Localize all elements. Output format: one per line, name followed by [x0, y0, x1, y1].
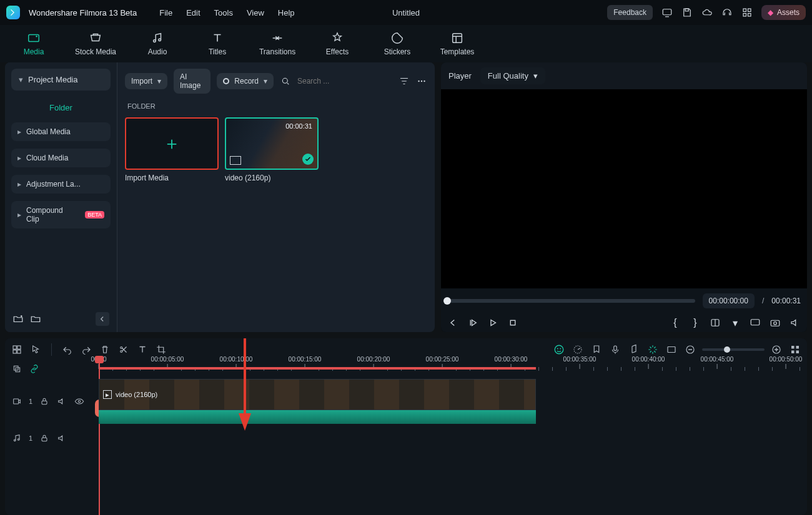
select-tool-icon[interactable] — [30, 344, 41, 355]
grid-view-icon[interactable] — [790, 344, 801, 355]
player-viewport[interactable] — [441, 89, 807, 288]
ai-image-button[interactable]: AI Image — [174, 69, 210, 94]
svg-rect-1 — [685, 9, 688, 11]
tab-templates[interactable]: Templates — [438, 31, 476, 56]
tab-media[interactable]: Media — [15, 31, 52, 56]
play-icon[interactable] — [487, 317, 498, 328]
menu-view[interactable]: View — [247, 8, 264, 17]
play-range-icon[interactable] — [467, 317, 478, 328]
snapshot-icon[interactable] — [770, 317, 781, 328]
top-tabs: Media Stock Media Audio Titles Transitio… — [0, 25, 812, 62]
tab-audio[interactable]: Audio — [139, 31, 176, 56]
video-clip[interactable]: ▸ video (2160p) — [99, 379, 536, 410]
mark-in-icon[interactable]: { — [670, 317, 681, 328]
audio-lane[interactable] — [99, 416, 807, 461]
tab-stickers[interactable]: Stickers — [379, 31, 416, 56]
mute-icon[interactable] — [56, 433, 67, 444]
prev-frame-icon[interactable] — [447, 317, 458, 328]
zoom-out-icon[interactable] — [685, 344, 696, 355]
app-name: Wondershare Filmora 13 Beta — [29, 8, 137, 17]
video-thumb[interactable]: 00:00:31 — [225, 117, 319, 170]
sidebar-item-adjustment-layer[interactable]: ▸Adjustment La... — [11, 175, 111, 194]
record-button[interactable]: Record▾ — [217, 73, 274, 89]
marker-icon[interactable] — [591, 344, 602, 355]
titlebar-right-tools: Feedback ◆ Assets — [607, 5, 806, 20]
scrubber-knob[interactable] — [443, 297, 451, 305]
video-card[interactable]: 00:00:31 video (2160p) — [225, 117, 319, 182]
feedback-button[interactable]: Feedback — [607, 5, 653, 20]
search-input[interactable] — [296, 76, 392, 86]
quality-dropdown[interactable]: Full Quality ▾ — [480, 67, 545, 84]
menu-edit[interactable]: Edit — [186, 8, 200, 17]
ai-face-icon[interactable] — [553, 344, 565, 355]
new-folder-icon[interactable] — [12, 313, 24, 325]
menu-tools[interactable]: Tools — [214, 8, 233, 17]
import-media-thumb[interactable]: ＋ — [125, 117, 219, 170]
zoom-knob[interactable] — [724, 346, 730, 353]
redo-icon[interactable] — [81, 344, 92, 355]
lock-icon[interactable] — [39, 433, 50, 444]
mic-icon[interactable] — [610, 344, 621, 355]
tab-stickers-label: Stickers — [384, 47, 411, 56]
caret-right-icon: ▸ — [17, 154, 21, 162]
mute-icon[interactable] — [56, 396, 67, 407]
layout-icon[interactable] — [11, 344, 22, 355]
media-grid: ＋ Import Media 00:00:31 video (2160p) — [117, 112, 435, 187]
audio-mixer-icon[interactable] — [628, 344, 640, 355]
tracks: 1 ▸ video (2160p) 1 — [5, 377, 807, 451]
save-icon[interactable] — [681, 7, 693, 18]
mark-out-icon[interactable]: } — [690, 317, 701, 328]
chevron-down-icon[interactable]: ▾ — [730, 317, 741, 328]
titles-icon — [210, 31, 224, 45]
import-media-card[interactable]: ＋ Import Media — [125, 117, 219, 182]
import-button[interactable]: Import▾ — [125, 73, 167, 89]
link-icon[interactable] — [29, 363, 40, 375]
assets-button[interactable]: ◆ Assets — [761, 5, 806, 20]
timeline-ruler[interactable]: 00:0000:00:05:0000:00:10:0000:00:15:0000… — [99, 356, 807, 382]
split-icon[interactable] — [118, 344, 129, 355]
sidebar-item-compound-clip[interactable]: ▸Compound ClipBETA — [11, 201, 111, 228]
link-folder-icon[interactable] — [30, 313, 41, 325]
display-icon[interactable] — [750, 317, 761, 328]
more-icon[interactable] — [416, 76, 427, 87]
tab-titles-label: Titles — [209, 47, 226, 56]
stop-icon[interactable] — [507, 317, 518, 328]
collapse-sidebar-button[interactable] — [96, 312, 109, 326]
tab-media-label: Media — [24, 47, 44, 56]
menu-help[interactable]: Help — [278, 8, 295, 17]
player-scrubber[interactable] — [447, 299, 695, 303]
speed-icon[interactable] — [572, 344, 583, 355]
volume-icon[interactable] — [790, 317, 801, 328]
undo-icon[interactable] — [62, 344, 73, 355]
folder-label[interactable]: Folder — [5, 97, 117, 119]
monitor-icon[interactable] — [661, 7, 673, 18]
layout-select-icon[interactable] — [710, 317, 721, 328]
sidebar-item-cloud-media[interactable]: ▸Cloud Media — [11, 149, 111, 167]
zoom-in-icon[interactable] — [771, 344, 782, 355]
ai-tools-icon[interactable] — [647, 344, 658, 355]
plus-icon: ＋ — [163, 135, 181, 152]
delete-icon[interactable] — [99, 344, 111, 355]
sidebar-item-global-media[interactable]: ▸Global Media — [11, 122, 111, 141]
svg-rect-41 — [42, 401, 47, 404]
lock-icon[interactable] — [39, 396, 50, 407]
svg-point-19 — [774, 322, 777, 325]
svg-point-24 — [121, 347, 122, 349]
tab-stock-media[interactable]: Stock Media — [75, 31, 116, 56]
visibility-icon[interactable] — [74, 396, 85, 407]
text-tool-icon[interactable] — [137, 344, 148, 355]
project-media-node[interactable]: ▾ Project Media — [11, 69, 111, 91]
crop-icon[interactable] — [156, 344, 167, 355]
tab-effects[interactable]: Effects — [319, 31, 356, 56]
duplicate-icon[interactable] — [11, 363, 22, 375]
apps-icon[interactable] — [741, 7, 753, 18]
tab-transitions[interactable]: Transitions — [259, 31, 296, 56]
headset-icon[interactable] — [721, 7, 733, 18]
aspect-ratio-icon[interactable] — [666, 344, 677, 355]
filter-icon[interactable] — [399, 76, 410, 87]
tab-titles[interactable]: Titles — [199, 31, 236, 56]
menu-file[interactable]: File — [159, 8, 172, 17]
cloud-icon[interactable] — [701, 7, 713, 18]
zoom-slider[interactable] — [702, 348, 765, 351]
svg-point-27 — [557, 348, 558, 350]
